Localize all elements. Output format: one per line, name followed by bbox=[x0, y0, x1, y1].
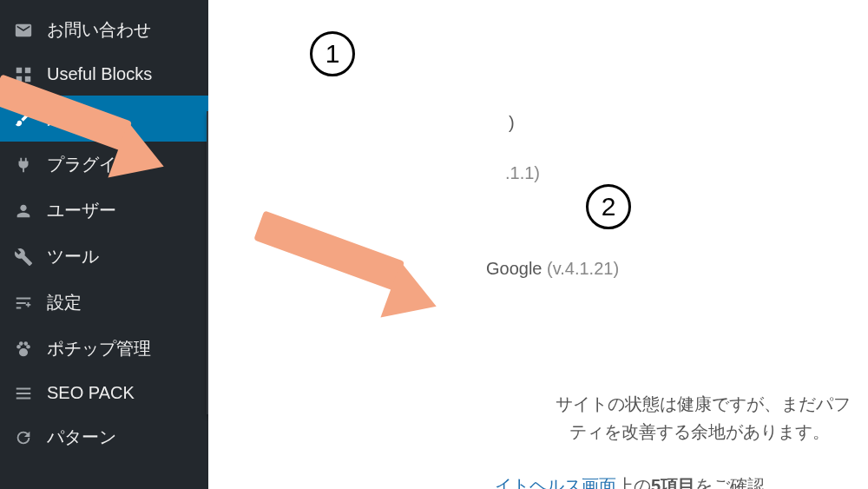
svg-point-4 bbox=[16, 344, 21, 348]
sidebar-item-contact[interactable]: お問い合わせ bbox=[0, 7, 208, 53]
svg-rect-2 bbox=[16, 76, 22, 81]
svg-point-5 bbox=[26, 344, 30, 348]
svg-point-7 bbox=[23, 341, 28, 346]
sidebar-label: Useful Blocks bbox=[47, 64, 152, 84]
plug-icon bbox=[12, 155, 35, 175]
google-version: (v.4.1.21) bbox=[547, 259, 619, 278]
svg-point-8 bbox=[19, 348, 28, 356]
link-tail-bold: 5項目 bbox=[651, 476, 695, 489]
sidebar-item-seo-pack[interactable]: SEO PACK bbox=[0, 372, 208, 414]
admin-sidebar: お問い合わせ Useful Blocks 外観 プラグイン ユーザー ツール 設… bbox=[0, 0, 208, 489]
envelope-icon bbox=[12, 21, 35, 40]
grid-icon bbox=[12, 65, 35, 84]
sidebar-label: パターン bbox=[47, 426, 116, 449]
link-tail-1: 上の bbox=[616, 476, 651, 489]
brush-icon bbox=[12, 109, 35, 129]
sliders-icon bbox=[12, 294, 35, 313]
health-link-line: イトヘルス画面上の5項目をご確認 bbox=[495, 474, 765, 489]
sidebar-item-pattern[interactable]: パターン bbox=[0, 414, 208, 460]
sidebar-item-plugins[interactable]: プラグイン bbox=[0, 142, 208, 188]
sidebar-label: ポチップ管理 bbox=[47, 337, 151, 360]
fragment-paren: ) bbox=[509, 113, 515, 133]
sidebar-label: 設定 bbox=[47, 291, 82, 314]
svg-rect-0 bbox=[16, 67, 22, 72]
sidebar-label: お問い合わせ bbox=[47, 18, 151, 42]
list-icon bbox=[12, 384, 35, 403]
sidebar-item-useful-blocks[interactable]: Useful Blocks bbox=[0, 53, 208, 96]
health-line-1: サイトの状態は健康ですが、まだパフ bbox=[556, 393, 851, 416]
health-line-2: ティを改善する余地があります。 bbox=[569, 420, 830, 444]
fragment-ver: .1.1) bbox=[505, 163, 540, 183]
sidebar-label: ツール bbox=[47, 245, 99, 268]
sidebar-label: 外観 bbox=[47, 107, 82, 130]
main-content: ) .1.1) Google (v.4.1.21) サイトの状態は健康ですが、ま… bbox=[208, 0, 868, 489]
sidebar-item-tools[interactable]: ツール bbox=[0, 234, 208, 280]
sidebar-label: ユーザー bbox=[47, 199, 116, 222]
paw-icon bbox=[12, 340, 35, 359]
svg-point-6 bbox=[19, 341, 23, 346]
sidebar-item-appearance[interactable]: 外観 bbox=[0, 96, 208, 142]
sidebar-label: プラグイン bbox=[47, 153, 134, 176]
svg-rect-3 bbox=[25, 76, 30, 81]
refresh-icon bbox=[12, 428, 35, 447]
user-icon bbox=[12, 202, 35, 221]
sidebar-label: SEO PACK bbox=[47, 383, 135, 403]
google-label: Google bbox=[486, 259, 542, 278]
sidebar-item-pochipp[interactable]: ポチップ管理 bbox=[0, 326, 208, 372]
sidebar-item-users[interactable]: ユーザー bbox=[0, 188, 208, 234]
link-tail-2: をご確認 bbox=[695, 476, 765, 489]
site-health-link[interactable]: イトヘルス画面 bbox=[495, 476, 616, 489]
google-row: Google (v.4.1.21) bbox=[486, 259, 619, 279]
svg-rect-1 bbox=[25, 67, 30, 72]
wrench-icon bbox=[12, 248, 35, 267]
sidebar-item-settings[interactable]: 設定 bbox=[0, 280, 208, 326]
